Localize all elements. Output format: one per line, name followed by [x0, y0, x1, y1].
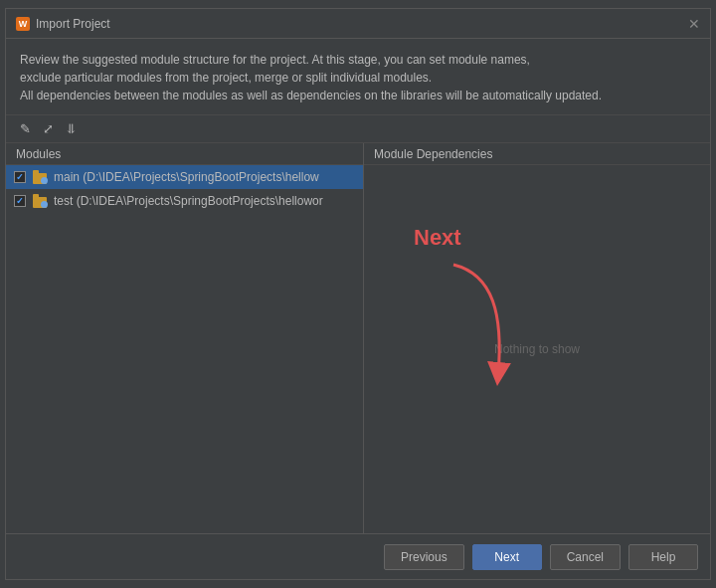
dialog-title: Import Project [36, 17, 110, 31]
module-name-test: test (D:\IDEA\Projects\SpringBootProject… [54, 194, 323, 208]
next-button[interactable]: Next [472, 544, 542, 570]
module-list: main (D:\IDEA\Projects\SpringBootProject… [6, 165, 363, 533]
description-area: Review the suggested module structure fo… [6, 39, 710, 115]
footer: Previous Next Cancel Help [6, 533, 710, 579]
deps-content: Nothing to show Next [364, 165, 710, 533]
description-line1: Review the suggested module structure fo… [20, 51, 696, 69]
module-item-main[interactable]: main (D:\IDEA\Projects\SpringBootProject… [6, 165, 363, 189]
edit-button[interactable]: ✎ [16, 120, 35, 137]
title-bar-left: W Import Project [16, 17, 110, 31]
description-line2: exclude particular modules from the proj… [20, 69, 696, 87]
toolbar: ✎ ⤢ ⥥ [6, 115, 710, 143]
expand-button[interactable]: ⤢ [39, 120, 58, 137]
dialog-icon: W [16, 17, 30, 31]
title-bar: W Import Project ✕ [6, 9, 710, 39]
modules-panel: Modules main (D:\IDEA\Projects\SpringBoo… [6, 143, 364, 533]
module-item-test[interactable]: test (D:\IDEA\Projects\SpringBootProject… [6, 189, 363, 213]
help-button[interactable]: Help [628, 544, 698, 570]
module-name-main: main (D:\IDEA\Projects\SpringBootProject… [54, 170, 319, 184]
module-checkbox-main[interactable] [14, 171, 26, 183]
annotation-arrow [434, 255, 523, 394]
deps-panel: Module Dependencies Nothing to show Next [364, 143, 710, 533]
cancel-button[interactable]: Cancel [550, 544, 621, 570]
module-folder-icon-test [32, 194, 48, 208]
module-checkbox-test[interactable] [14, 195, 26, 207]
description-line3: All dependencies between the modules as … [20, 87, 696, 104]
close-button[interactable]: ✕ [688, 17, 700, 31]
module-folder-icon-main [32, 170, 48, 184]
content-area: Modules main (D:\IDEA\Projects\SpringBoo… [6, 143, 710, 533]
collapse-button[interactable]: ⥥ [62, 120, 81, 137]
modules-header: Modules [6, 143, 363, 165]
deps-header: Module Dependencies [364, 143, 710, 165]
previous-button[interactable]: Previous [384, 544, 464, 570]
annotation-label: Next [414, 225, 461, 251]
arrow-annotation: Next [414, 225, 523, 394]
import-project-dialog: W Import Project ✕ Review the suggested … [5, 8, 711, 580]
